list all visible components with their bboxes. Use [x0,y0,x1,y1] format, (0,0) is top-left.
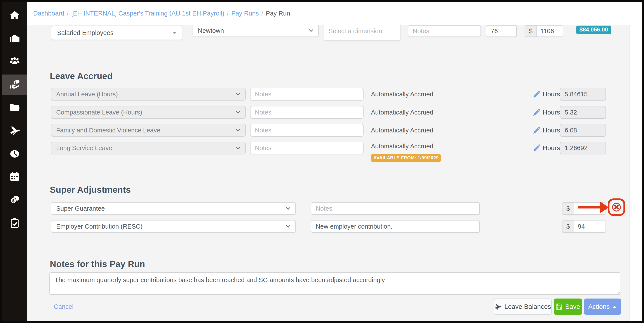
leave-notes-input[interactable] [250,88,364,100]
home-icon [10,10,20,20]
scrollbar-track[interactable] [629,25,642,321]
rate-input[interactable] [537,26,563,36]
super-amount-input[interactable] [574,202,606,214]
breadcrumb-payruns-link[interactable]: Pay Runs [231,10,259,17]
delete-circle-icon [612,202,622,212]
briefcase-icon [10,33,20,44]
super-type-select[interactable]: Super Guarantee [51,202,296,215]
leave-type-select: Compassionate Leave (Hours) [51,106,246,119]
coins-icon: $ [10,195,20,206]
available-from-badge: AVAILABLE FROM: 1/09/2029 [371,154,441,162]
dimension-select[interactable]: Select a dimension [324,25,401,41]
leave-type-select: Long Service Leave [51,142,246,154]
hand-coin-icon: $ [10,80,20,90]
earnings-total-badge: $84,056.00 [576,26,611,34]
sidebar-item-rosters[interactable] [2,166,27,187]
hours-label: Hours [542,88,560,100]
super-amount-input[interactable] [574,220,606,232]
leave-type-select: Family and Domestic Violence Leave [51,124,246,136]
breadcrumb-dashboard-link[interactable]: Dashboard [33,10,64,17]
leave-notes-input[interactable] [250,106,364,119]
save-button[interactable]: Save [554,298,582,315]
caret-up-icon [612,306,617,308]
sidebar: $ [2,2,27,321]
remove-super-adjustment-button[interactable] [612,202,622,212]
hours-label: Hours [542,142,560,154]
super-notes-input[interactable] [311,220,480,233]
hours-label: Hours [542,106,560,119]
super-amount-group: $ [562,220,606,233]
super-adjustment-row: Super Guarantee $ [27,202,642,215]
people-icon [10,56,20,66]
sidebar-item-tasks[interactable] [2,213,27,234]
leave-type-select: Annual Leave (Hours) [51,88,246,100]
breadcrumb-separator: / [262,10,263,17]
super-adjustments-title: Super Adjustments [50,185,131,195]
breadcrumb-business-link[interactable]: [EH INTERNAL] Casper's Training (AU 1st … [71,10,224,17]
breadcrumb-separator: / [67,10,69,17]
leave-balances-button[interactable]: Leave Balances [494,298,552,315]
hours-input [560,106,606,119]
leave-row: Annual Leave (Hours) Automatically Accru… [27,88,642,100]
accrual-status: Automatically Accrued [371,143,433,150]
actions-button[interactable]: Actions [584,298,621,315]
sidebar-item-business[interactable] [2,28,27,49]
chevron-down-icon [309,28,313,32]
accrual-status: Automatically Accrued [371,109,433,116]
sidebar-item-leave[interactable] [2,120,27,141]
leave-row: Long Service Leave Automatically Accrued… [27,142,642,154]
breadcrumb-current: Pay Run [266,10,290,17]
payrun-notes-textarea[interactable] [50,272,620,295]
sidebar-item-documents[interactable] [2,97,27,118]
location-select[interactable]: Newtown [192,25,319,37]
accrual-status: Automatically Accrued [371,127,433,134]
folder-icon [10,102,20,112]
leave-row: Family and Domestic Violence Leave Autom… [27,124,642,136]
sidebar-item-dashboard[interactable] [2,5,27,25]
chevron-down-icon [286,206,290,210]
cancel-link[interactable]: Cancel [54,303,74,310]
chevron-down-icon [236,109,240,114]
super-type-select[interactable]: Employer Contribution (RESC) [51,220,296,233]
hours-label: Hours [542,124,560,136]
airplane-icon [494,303,502,310]
sidebar-item-payments[interactable]: $ [2,190,27,210]
leave-notes-input[interactable] [250,142,364,154]
calendar-icon [10,172,20,182]
earnings-notes-input[interactable] [408,25,481,37]
clock-icon [10,148,20,159]
currency-addon: $ [562,220,574,232]
super-notes-input[interactable] [311,202,480,215]
leave-row: Compassionate Leave (Hours) Automaticall… [27,106,642,119]
rate-input-group: $ [525,25,563,37]
currency-addon: $ [562,202,574,214]
pay-category-select[interactable]: Salaried Employees [51,26,182,40]
currency-addon: $ [525,26,537,36]
save-floppy-icon [556,303,562,310]
edit-pencil-icon[interactable] [533,108,541,117]
payrun-notes-title: Notes for this Pay Run [50,259,145,269]
breadcrumb: Dashboard / [EH INTERNAL] Casper's Train… [27,2,642,25]
sidebar-item-employees[interactable] [2,51,27,71]
breadcrumb-separator: / [227,10,229,17]
leave-accrued-title: Leave Accrued [50,71,112,81]
dropdown-caret-icon [172,32,177,34]
edit-pencil-icon[interactable] [533,126,541,134]
app-window: $ [0,0,644,323]
svg-text:$: $ [15,81,16,84]
hours-input [560,124,606,136]
chevron-down-icon [286,223,290,228]
clipboard-check-icon [10,218,20,228]
airplane-icon [10,125,20,136]
hours-input [560,88,606,100]
sidebar-item-payroll[interactable]: $ [2,74,27,95]
super-amount-group: $ [562,202,606,215]
edit-pencil-icon[interactable] [533,90,541,98]
edit-pencil-icon[interactable] [533,144,541,152]
hours-input [560,142,606,154]
sidebar-item-timesheets[interactable] [2,144,27,164]
chevron-down-icon [236,127,240,132]
chevron-down-icon [236,91,240,96]
leave-notes-input[interactable] [250,124,364,136]
units-input[interactable] [486,25,517,37]
